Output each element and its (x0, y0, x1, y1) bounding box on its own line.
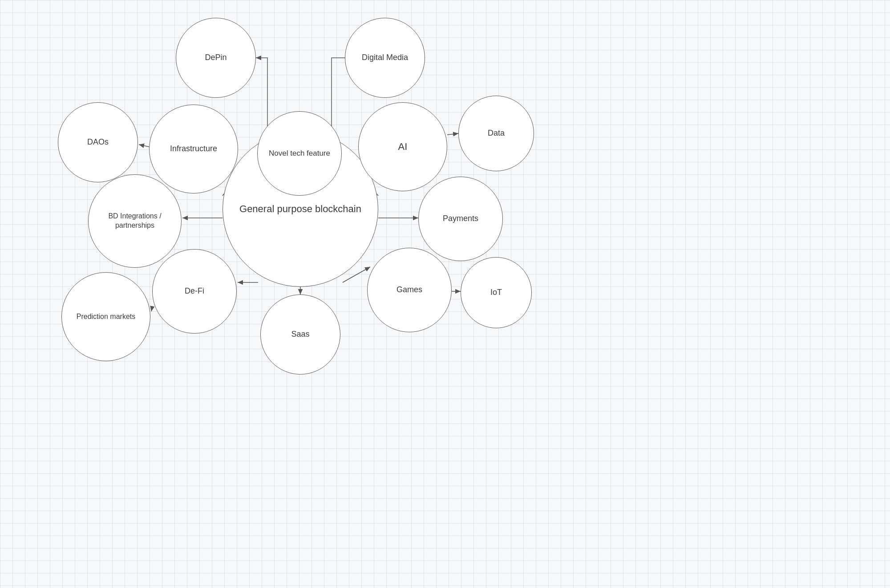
node-ai: AI (358, 102, 447, 191)
node-iot: IoT (461, 257, 532, 328)
svg-line-4 (139, 145, 149, 147)
node-infrastructure: Infrastructure (149, 105, 238, 193)
node-daos: DAOs (58, 102, 138, 182)
node-prediction-markets: Prediction markets (61, 272, 150, 361)
diagram-canvas: General purpose blockchain DePin Novel t… (0, 0, 890, 588)
node-games: Games (367, 248, 452, 332)
node-defi: De-Fi (152, 249, 237, 334)
node-bd-integrations: BD Integrations / partnerships (88, 174, 182, 268)
svg-line-10 (151, 307, 152, 311)
node-novel-tech: Novel tech feature (257, 111, 342, 196)
node-data: Data (458, 96, 534, 171)
node-depin: DePin (176, 18, 256, 98)
node-saas: Saas (260, 294, 340, 375)
svg-line-6 (447, 133, 458, 135)
node-payments: Payments (418, 177, 503, 261)
node-digital-media: Digital Media (345, 18, 425, 98)
